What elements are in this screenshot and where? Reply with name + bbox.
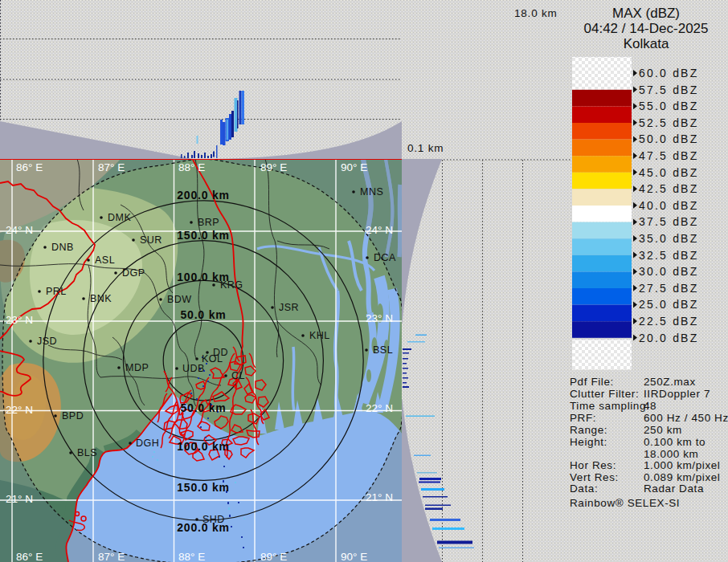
svg-text:Pdf File:: Pdf File: <box>570 376 614 388</box>
svg-text:BNK: BNK <box>90 293 112 304</box>
svg-text:ASL: ASL <box>95 255 115 266</box>
svg-text:86° E: 86° E <box>16 161 43 173</box>
svg-text:250 km: 250 km <box>644 424 682 436</box>
svg-text:Clutter Filter:: Clutter Filter: <box>570 388 639 400</box>
svg-text:MNS: MNS <box>360 186 383 198</box>
svg-text:25.0 dBZ: 25.0 dBZ <box>639 298 698 311</box>
svg-text:BPD: BPD <box>62 410 84 422</box>
svg-text:IIRDoppler 7: IIRDoppler 7 <box>644 388 710 400</box>
svg-text:BDW: BDW <box>167 294 192 305</box>
svg-text:UDB: UDB <box>182 363 205 374</box>
svg-text:50.0 km: 50.0 km <box>181 401 227 414</box>
svg-text:BSL: BSL <box>373 344 393 356</box>
svg-text:89° E: 89° E <box>260 161 287 173</box>
svg-text:MDP: MDP <box>125 362 149 373</box>
svg-text:60.0 dBZ: 60.0 dBZ <box>639 67 698 79</box>
svg-text:42.5 dBZ: 42.5 dBZ <box>639 182 698 195</box>
svg-text:JSR: JSR <box>279 302 299 313</box>
svg-text:SUR: SUR <box>140 234 162 246</box>
svg-text:89° E: 89° E <box>260 551 287 562</box>
svg-text:04:42 / 14-Dec-2025: 04:42 / 14-Dec-2025 <box>584 21 709 36</box>
svg-text:200.0 km: 200.0 km <box>177 189 230 202</box>
svg-text:21° N: 21° N <box>366 491 393 503</box>
svg-text:Radar Data: Radar Data <box>644 483 704 495</box>
svg-text:90° E: 90° E <box>341 551 367 562</box>
svg-text:55.0 dBZ: 55.0 dBZ <box>639 100 698 112</box>
svg-text:23° N: 23° N <box>6 314 33 326</box>
svg-text:57.5 dBZ: 57.5 dBZ <box>639 83 698 96</box>
svg-text:DGP: DGP <box>122 267 145 279</box>
svg-text:DCA: DCA <box>374 252 396 263</box>
svg-text:24° N: 24° N <box>6 224 33 236</box>
svg-text:200.0 km: 200.0 km <box>177 521 230 534</box>
svg-text:KOL: KOL <box>202 353 223 364</box>
svg-text:22° N: 22° N <box>6 404 33 416</box>
svg-text:CL: CL <box>231 370 245 381</box>
svg-text:1.000 km/pixel: 1.000 km/pixel <box>644 459 720 471</box>
svg-text:0.1 km: 0.1 km <box>407 142 444 154</box>
svg-text:100.0 km: 100.0 km <box>177 440 230 453</box>
svg-text:250Z.max: 250Z.max <box>644 376 696 388</box>
svg-text:DNB: DNB <box>51 242 74 253</box>
svg-text:KHL: KHL <box>309 330 330 341</box>
svg-text:Data:: Data: <box>570 483 598 495</box>
svg-text:150.0 km: 150.0 km <box>177 481 230 494</box>
svg-text:40.0 dBZ: 40.0 dBZ <box>639 199 698 212</box>
svg-text:48: 48 <box>644 400 656 412</box>
svg-text:18.0 km: 18.0 km <box>514 7 558 19</box>
svg-text:Vert Res:: Vert Res: <box>570 471 619 483</box>
svg-text:88° E: 88° E <box>178 161 205 173</box>
svg-text:BRP: BRP <box>198 217 219 228</box>
svg-text:BLS: BLS <box>77 447 97 458</box>
svg-text:Time sampling:: Time sampling: <box>570 400 649 412</box>
svg-text:DMK: DMK <box>108 212 131 223</box>
svg-text:150.0 km: 150.0 km <box>177 229 230 242</box>
svg-text:0.100 km to: 0.100 km to <box>644 436 706 448</box>
svg-text:23° N: 23° N <box>366 312 393 324</box>
svg-text:27.5 dBZ: 27.5 dBZ <box>639 282 698 295</box>
svg-text:100.0 km: 100.0 km <box>177 271 230 283</box>
svg-text:DGH: DGH <box>136 438 159 449</box>
svg-text:37.5 dBZ: 37.5 dBZ <box>639 215 698 228</box>
svg-text:Hor Res:: Hor Res: <box>570 459 616 471</box>
svg-text:88° E: 88° E <box>178 551 205 562</box>
svg-text:50.0 dBZ: 50.0 dBZ <box>639 132 698 145</box>
svg-text:0.089 km/pixel: 0.089 km/pixel <box>644 471 720 483</box>
svg-text:Kolkata: Kolkata <box>624 36 669 51</box>
svg-text:Rainbow® SELEX-SI: Rainbow® SELEX-SI <box>570 497 680 509</box>
svg-text:90° E: 90° E <box>341 161 367 173</box>
svg-text:PRL: PRL <box>46 286 67 297</box>
svg-text:22.5 dBZ: 22.5 dBZ <box>639 315 698 328</box>
svg-text:MAX (dBZ): MAX (dBZ) <box>612 6 680 21</box>
svg-text:18.000 km: 18.000 km <box>644 448 698 460</box>
svg-text:35.0 dBZ: 35.0 dBZ <box>639 232 698 245</box>
svg-text:Height:: Height: <box>570 436 607 448</box>
svg-text:87° E: 87° E <box>98 161 125 173</box>
svg-text:600 Hz / 450 Hz: 600 Hz / 450 Hz <box>644 412 728 424</box>
svg-text:PRF:: PRF: <box>570 412 596 424</box>
svg-text:Range:: Range: <box>570 424 607 436</box>
svg-text:21° N: 21° N <box>6 493 33 505</box>
svg-text:JSD: JSD <box>37 336 57 347</box>
svg-text:50.0 km: 50.0 km <box>181 308 227 321</box>
svg-text:87° E: 87° E <box>98 551 125 562</box>
svg-text:30.0 dBZ: 30.0 dBZ <box>639 265 698 278</box>
svg-text:52.5 dBZ: 52.5 dBZ <box>639 116 698 129</box>
svg-text:32.5 dBZ: 32.5 dBZ <box>639 249 698 262</box>
svg-text:47.5 dBZ: 47.5 dBZ <box>639 149 698 162</box>
svg-text:86° E: 86° E <box>16 551 43 562</box>
svg-text:45.0 dBZ: 45.0 dBZ <box>639 166 698 179</box>
svg-text:20.0 dBZ: 20.0 dBZ <box>639 332 698 344</box>
svg-text:22° N: 22° N <box>366 402 393 414</box>
svg-text:24° N: 24° N <box>366 224 393 236</box>
